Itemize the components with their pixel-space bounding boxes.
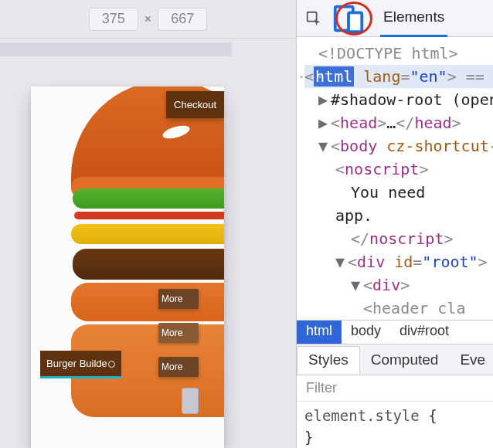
- checkout-button[interactable]: Checkout: [166, 91, 224, 118]
- devtools-pane: Elements <!DOCTYPE html> ··· <html lang=…: [296, 0, 493, 448]
- tomato-layer: [74, 212, 224, 219]
- cheese-layer: [71, 224, 224, 244]
- nav-ring-icon: [108, 361, 115, 368]
- styles-filter-input[interactable]: Filter: [297, 375, 493, 402]
- breadcrumb: html body div#root: [297, 320, 493, 344]
- crumb-body[interactable]: body: [342, 321, 390, 344]
- html-node[interactable]: ··· <html lang="en"> ==: [304, 65, 493, 88]
- dimensions-bar: ×: [0, 0, 296, 39]
- body-node[interactable]: ▼<body cz-shortcut-: [304, 134, 493, 158]
- div-node[interactable]: ▼<div>: [304, 273, 493, 297]
- header-node[interactable]: <header cla: [304, 297, 493, 320]
- bun-mid: [71, 283, 224, 321]
- more-button[interactable]: More: [158, 289, 199, 309]
- shadow-root-node[interactable]: ▶#shadow-root (open: [304, 88, 493, 111]
- width-input[interactable]: [89, 8, 138, 31]
- device-toggle-icon[interactable]: [331, 3, 366, 34]
- crumb-div-root[interactable]: div#root: [390, 321, 458, 344]
- rule-element-style-close: }: [304, 426, 485, 448]
- tab-computed[interactable]: Computed: [360, 347, 450, 373]
- burger-builder-nav[interactable]: Burger Builde: [40, 351, 121, 378]
- tab-events[interactable]: Eve: [449, 347, 493, 373]
- tab-elements[interactable]: Elements: [380, 0, 447, 37]
- crumb-html[interactable]: html: [297, 321, 342, 344]
- device-preview-pane: × Checkout Burger Builde More More More: [0, 0, 296, 448]
- device-frame: Checkout Burger Builde More More More: [31, 87, 224, 448]
- styles-pane[interactable]: element.style { } html[Attributes Styl -…: [297, 402, 493, 448]
- noscript-text2[interactable]: app.: [304, 204, 493, 227]
- devtools-toolbar: Elements: [297, 0, 493, 37]
- more-button[interactable]: More: [158, 357, 199, 377]
- height-input[interactable]: [158, 8, 207, 31]
- burger-builder-label: Burger Builde: [46, 358, 107, 369]
- noscript-close[interactable]: </noscript>: [304, 227, 493, 250]
- rule-element-style[interactable]: element.style {: [304, 405, 485, 426]
- noscript-open[interactable]: <noscript>: [304, 158, 493, 181]
- div-root-node[interactable]: ▼<div id="root">: [304, 250, 493, 273]
- doctype-node[interactable]: <!DOCTYPE html>: [304, 42, 493, 65]
- ruler-strip: [0, 42, 232, 56]
- svg-rect-2: [348, 12, 362, 32]
- more-button[interactable]: More: [158, 323, 199, 343]
- tab-styles[interactable]: Styles: [297, 346, 360, 374]
- meat-layer: [73, 249, 224, 280]
- salad-layer: [73, 188, 224, 209]
- noscript-text[interactable]: You need: [304, 181, 493, 204]
- scroll-handle[interactable]: [182, 388, 199, 414]
- styles-tabs: Styles Computed Eve: [297, 344, 493, 375]
- dom-tree[interactable]: <!DOCTYPE html> ··· <html lang="en"> == …: [297, 37, 493, 320]
- inspect-element-icon[interactable]: [297, 0, 331, 37]
- head-node[interactable]: ▶<head>…</head>: [304, 111, 493, 134]
- dimension-separator: ×: [144, 12, 151, 26]
- burger-graphic: [71, 87, 224, 335]
- ingredient-controls: More More More: [158, 289, 199, 377]
